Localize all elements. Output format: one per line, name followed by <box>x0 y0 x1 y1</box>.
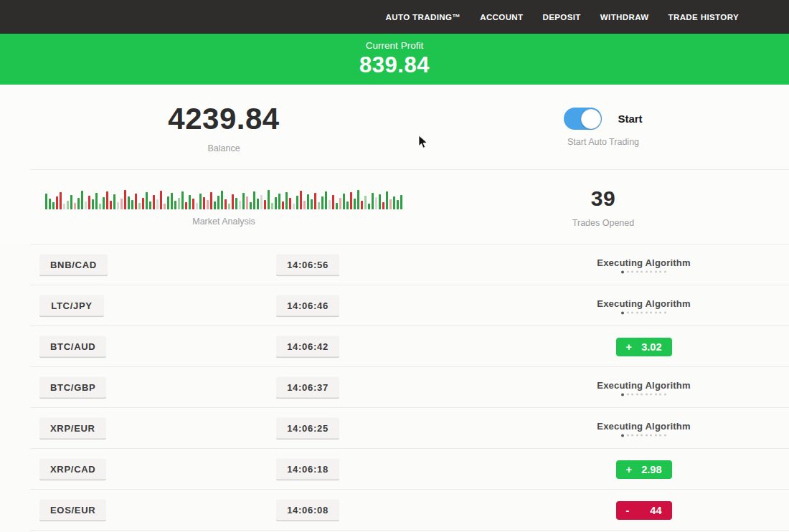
trade-list: BNB/CAD14:06:56Executing AlgorithmLTC/JP… <box>0 244 789 531</box>
market-bar <box>232 194 234 209</box>
nav-item-withdraw[interactable]: WITHDRAW <box>600 13 649 22</box>
market-bar <box>174 201 176 209</box>
balance-label: Balance <box>207 143 240 153</box>
market-bar <box>45 194 47 209</box>
market-bar <box>314 193 316 209</box>
market-bar <box>49 199 51 209</box>
top-navbar: AUTO TRADING™ACCOUNTDEPOSITWITHDRAWTRADE… <box>0 0 789 34</box>
market-bar <box>379 194 381 209</box>
trades-opened-block: 39 Trades Opened <box>417 170 789 244</box>
market-bar <box>382 202 384 209</box>
toggle-knob <box>581 109 601 129</box>
current-profit-banner: Current Profit 839.84 <box>0 34 789 85</box>
trade-pair-chip: BNB/CAD <box>39 254 108 276</box>
market-bar <box>189 195 191 209</box>
market-bar <box>60 192 62 209</box>
executing-algorithm-label: Executing Algorithm <box>597 420 690 431</box>
market-bar <box>343 194 345 209</box>
trade-status: Executing Algorithm <box>556 298 732 314</box>
market-bar <box>289 198 291 209</box>
balance-block: 4239.84 Balance <box>30 85 417 170</box>
trade-pair-chip: BTC/AUD <box>39 336 106 358</box>
trade-row: EOS/EUR14:06:08-44 <box>0 490 789 531</box>
trades-opened-value: 39 <box>591 186 615 211</box>
trade-time-chip: 14:06:56 <box>276 254 339 276</box>
market-bar <box>300 191 302 209</box>
market-bar <box>67 201 69 209</box>
market-bar <box>103 197 105 209</box>
trade-status: Executing Algorithm <box>556 379 732 396</box>
market-bar <box>361 201 363 209</box>
market-bar <box>192 199 194 209</box>
loader-dots <box>621 434 666 437</box>
market-bar <box>354 199 356 209</box>
market-analysis-block: Market Analysis <box>30 170 417 244</box>
trade-row: XRP/CAD14:06:18+2.98 <box>0 449 789 490</box>
loader-dots <box>621 270 666 273</box>
market-bar <box>303 201 306 209</box>
market-bar <box>92 199 94 209</box>
market-bar <box>364 196 367 209</box>
trade-result-badge: +3.02 <box>616 338 672 356</box>
nav-item-account[interactable]: ACCOUNT <box>480 13 523 22</box>
auto-trading-block: Start Start Auto Trading <box>417 85 789 170</box>
trade-row: BNB/CAD14:06:56Executing Algorithm <box>0 244 789 285</box>
market-bar <box>389 199 392 209</box>
market-bar <box>167 196 169 209</box>
current-profit-label: Current Profit <box>366 40 423 51</box>
trade-row: LTC/JPY14:06:46Executing Algorithm <box>0 285 789 326</box>
market-bar <box>160 191 162 209</box>
trade-row: BTC/AUD14:06:42+3.02 <box>0 326 789 367</box>
market-bar <box>336 203 338 209</box>
market-bar <box>110 201 112 209</box>
auto-trading-caption: Start Auto Trading <box>567 137 639 147</box>
market-bar <box>225 199 227 209</box>
market-bar <box>239 201 241 209</box>
market-bar <box>285 192 288 209</box>
market-bar <box>293 204 295 209</box>
market-bar <box>393 196 395 209</box>
market-bar <box>56 196 58 209</box>
result-amount: 2.98 <box>641 464 661 475</box>
nav-item-trade-history[interactable]: TRADE HISTORY <box>668 13 740 22</box>
auto-trading-toggle[interactable] <box>564 108 602 130</box>
trade-pair-chip: XRP/CAD <box>39 458 106 480</box>
market-bar <box>128 196 130 209</box>
market-bar <box>275 197 277 209</box>
market-bar <box>311 199 313 209</box>
nav-item-deposit[interactable]: DEPOSIT <box>543 13 581 22</box>
market-bar <box>346 201 349 209</box>
market-bar <box>52 202 55 209</box>
trade-time-chip: 14:06:18 <box>276 458 339 480</box>
nav-item-auto-trading[interactable]: AUTO TRADING™ <box>386 13 461 22</box>
market-bar <box>156 199 159 209</box>
current-profit-value: 839.84 <box>359 52 430 78</box>
market-bar <box>397 200 399 209</box>
market-bar <box>178 198 180 209</box>
market-bar <box>368 204 370 209</box>
market-bar <box>296 196 298 209</box>
market-analysis-chart <box>41 188 407 209</box>
trade-status: Executing Algorithm <box>556 420 732 437</box>
market-bar <box>124 190 126 209</box>
market-bar <box>113 194 115 209</box>
trade-status: +3.02 <box>556 338 732 356</box>
executing-algorithm-label: Executing Algorithm <box>597 257 690 267</box>
market-bar <box>228 204 230 209</box>
trade-pair-chip: LTC/JPY <box>39 295 104 317</box>
market-analysis-label: Market Analysis <box>192 217 255 227</box>
market-bar <box>307 194 309 209</box>
market-bar <box>257 199 259 209</box>
market-bar <box>282 201 284 209</box>
market-bar <box>210 192 212 209</box>
market-bar <box>63 204 65 209</box>
trade-time-chip: 14:06:42 <box>276 336 339 358</box>
trade-row: XRP/EUR14:06:25Executing Algorithm <box>0 408 789 449</box>
trade-status: -44 <box>556 501 732 520</box>
market-bar <box>77 198 80 209</box>
market-bar <box>85 201 87 209</box>
market-bar <box>135 194 137 209</box>
market-bar <box>217 196 219 209</box>
trade-pair-chip: EOS/EUR <box>39 499 106 521</box>
market-bar <box>325 191 327 209</box>
